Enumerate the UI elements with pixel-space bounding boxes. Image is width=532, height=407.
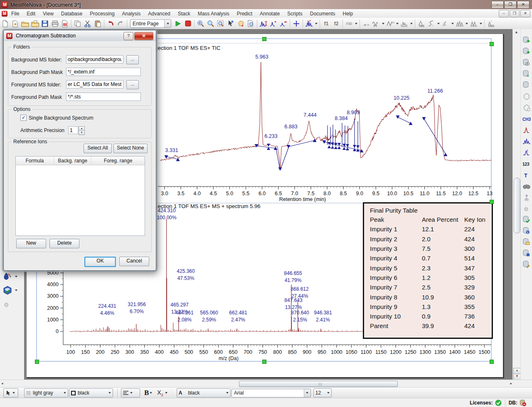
toolbar-dropdown-icon[interactable] [396, 23, 399, 25]
right-toolbar-db-open-button[interactable] [522, 238, 531, 247]
right-toolbar-person-button[interactable] [522, 193, 531, 202]
vertical-scrollbar[interactable]: ▲ ▲ ▼ [512, 29, 521, 380]
right-toolbar-db-run2-button[interactable] [522, 47, 531, 56]
line-color-dropdown[interactable]: black [69, 388, 113, 397]
scroll-up-icon[interactable]: ▲ [515, 30, 518, 34]
select-none-button[interactable]: Select None [113, 144, 148, 153]
toolbar-dropdown-icon[interactable] [480, 23, 482, 25]
zoom-level-select[interactable]: Entire Page [130, 19, 171, 28]
left-toolbar-droplet-percent-button[interactable]: % [2, 272, 12, 281]
horizontal-scrollbar[interactable]: ◂ ||| ▸ [0, 380, 532, 387]
right-toolbar-db-info-button[interactable]: i [522, 226, 531, 235]
mdi-restore-button[interactable]: ❐ [510, 10, 520, 17]
mdi-minimize-button[interactable]: – [499, 10, 509, 17]
menu-item-database[interactable]: Database [57, 10, 86, 17]
precision-down-button[interactable]: ▼ [79, 130, 85, 135]
toolbar-phase-button[interactable]: 1/2 [385, 19, 395, 28]
toolbar-printer-button[interactable] [50, 19, 60, 28]
toolbar-pdf-button[interactable]: PDF [60, 19, 70, 28]
toolbar-doc-button[interactable] [0, 19, 10, 28]
toolbar-f1-button[interactable]: f1 [321, 19, 331, 28]
foreground-path-mask-input[interactable] [66, 93, 141, 101]
background-ms-folder-input[interactable] [66, 55, 123, 64]
horizontal-scroll-thumb[interactable]: ||| [239, 381, 398, 387]
right-toolbar-db-view-button[interactable] [522, 58, 531, 67]
right-toolbar-numbers-123-button[interactable]: 123 [522, 159, 531, 168]
menu-item-annotate[interactable]: Annotate [256, 10, 283, 17]
new-button[interactable]: New [16, 239, 46, 248]
restore-button[interactable]: ❐ [504, 1, 517, 9]
menu-item-stack[interactable]: Stack [174, 10, 194, 17]
align-dropdown[interactable] [121, 388, 140, 397]
toolbar-f2-button[interactable]: f2 [331, 19, 341, 28]
menu-item-edit[interactable]: Edit [23, 10, 39, 17]
toolbar-zoomsel-button[interactable] [216, 19, 226, 28]
scroll-left-icon[interactable]: ◂ [1, 381, 3, 385]
toolbar-zoomout-button[interactable] [206, 19, 216, 28]
dialog-close-button[interactable]: ✕ [134, 32, 153, 40]
background-browse-button[interactable]: ... [126, 55, 139, 64]
bold-button[interactable]: B [144, 389, 149, 397]
toolbar-hand-button[interactable]: + [236, 19, 246, 28]
toolbar-docstar-button[interactable] [10, 19, 20, 28]
final-purity-table[interactable]: Final Purity Table PeakArea PercentKey I… [363, 202, 493, 339]
menu-item-processing[interactable]: Processing [86, 10, 118, 17]
toolbar-copy-button[interactable] [73, 19, 83, 28]
toolbar-peaksI-button[interactable] [259, 19, 268, 28]
toolbar-cutcurve-button[interactable] [426, 19, 436, 28]
font-size-select[interactable]: 12 [313, 388, 332, 397]
toolbar-fid-button[interactable]: FID [344, 19, 354, 28]
foreground-ms-folder-input[interactable] [66, 80, 123, 88]
page-up-button[interactable]: ▲ [513, 368, 521, 374]
subscript-button[interactable]: X2 [157, 389, 163, 397]
toolbar-redo-button[interactable] [116, 19, 126, 28]
selection-handle[interactable] [262, 360, 266, 364]
toolbar-ft-button[interactable]: FT [371, 19, 381, 28]
arithmetic-precision-input[interactable] [68, 126, 78, 134]
menu-item-help[interactable]: Help [339, 10, 357, 17]
toolbar-dropdown-icon[interactable] [466, 23, 468, 25]
left-toolbar-dropdown-icon[interactable] [15, 289, 17, 291]
fill-color-dropdown[interactable]: light gray [24, 388, 68, 397]
toolbar-stop-button[interactable] [183, 19, 193, 28]
right-toolbar-peak-pick-button[interactable] [522, 148, 531, 157]
menu-item-documents[interactable]: Documents [306, 10, 339, 17]
toolbar-paste-button[interactable] [93, 19, 103, 28]
toolbar-folder-button[interactable] [20, 19, 30, 28]
bold-dropdown-icon[interactable] [150, 392, 152, 394]
right-toolbar-gear-mol-button[interactable]: ⚙ [522, 204, 531, 213]
toolbar-play-button[interactable] [173, 19, 183, 28]
menu-item-analysis[interactable]: Analysis [118, 10, 145, 17]
selection-handle[interactable] [490, 200, 494, 204]
toolbar-stackp-button[interactable] [455, 19, 465, 28]
selection-handle[interactable] [262, 37, 266, 41]
toolbar-integ-button[interactable] [441, 19, 451, 28]
pointer-tool-button[interactable] [3, 388, 18, 397]
minimize-button[interactable]: – [491, 1, 504, 9]
toolbar-pointer-button[interactable] [226, 19, 236, 28]
right-toolbar-peak-blue-button[interactable] [522, 137, 531, 146]
delete-button[interactable]: Delete [49, 239, 79, 248]
chromatogram-subtraction-dialog[interactable]: M Chromatogram Subtraction ? ✕ Folders B… [3, 30, 156, 271]
selection-handle[interactable] [490, 42, 494, 46]
subscript-dropdown-icon[interactable] [165, 392, 167, 394]
menu-item-view[interactable]: View [39, 10, 57, 17]
vertical-scroll-thumb[interactable] [514, 178, 520, 233]
toolbar-gsd-button[interactable]: GSD* [486, 19, 496, 28]
toolbar-dropdown-icon[interactable] [382, 23, 384, 25]
right-toolbar-ch3-label-button[interactable]: CH3 [522, 114, 531, 123]
dialog-help-button[interactable]: ? [123, 32, 133, 40]
menu-item-mass-analysis[interactable]: Mass Analysis [194, 10, 233, 17]
left-toolbar-hexagon-check-button[interactable] [2, 286, 12, 295]
menu-item-scripts[interactable]: Scripts [283, 10, 306, 17]
menu-item-predict[interactable]: Predict [233, 10, 256, 17]
selection-handle[interactable] [35, 360, 39, 364]
toolbar-folder2-button[interactable] [30, 19, 40, 28]
toolbar-dropdown-icon[interactable] [437, 23, 440, 25]
toolbar-dropdown-icon[interactable] [410, 23, 413, 25]
right-toolbar-mol-1-button[interactable] [522, 92, 531, 101]
toolbar-cross-button[interactable] [291, 19, 301, 28]
toolbar-undo-button[interactable] [106, 19, 116, 28]
toolbar-scissors-button[interactable] [83, 19, 93, 28]
reference-ions-table[interactable]: Formula Backg. range Foreg. range [15, 156, 145, 236]
